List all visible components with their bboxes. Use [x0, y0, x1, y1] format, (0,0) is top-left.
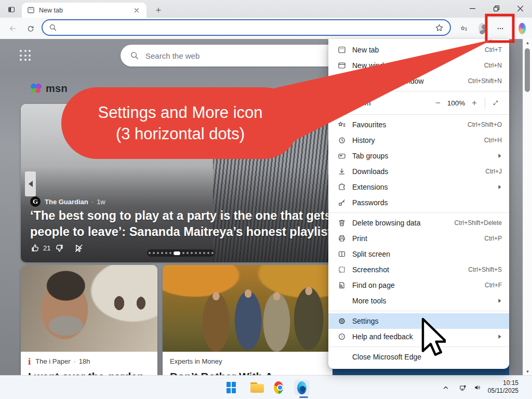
- menu-item-downloads[interactable]: DownloadsCtrl+J: [328, 164, 509, 179]
- menu-item-delete-browsing-data[interactable]: Delete browsing dataCtrl+Shift+Delete: [328, 215, 509, 231]
- carousel-dot[interactable]: [203, 252, 205, 254]
- more-horizontal-icon: [497, 24, 504, 33]
- carousel-dot[interactable]: [199, 252, 201, 254]
- card-source: Experts in Money: [170, 357, 222, 365]
- hero-engagement: 21: [30, 243, 93, 253]
- carousel-dot[interactable]: [182, 252, 184, 254]
- menu-item-extensions[interactable]: Extensions: [328, 179, 509, 195]
- thumbs-down-icon: [55, 243, 64, 253]
- hero-headline[interactable]: ‘The best song to play at a party is the…: [30, 208, 337, 240]
- carousel-dot[interactable]: [195, 252, 197, 254]
- menu-item-screenshot[interactable]: ScreenshotCtrl+Shift+S: [328, 262, 509, 277]
- fullscreen-button[interactable]: [489, 97, 502, 109]
- split-screen-icon: [338, 250, 346, 258]
- new-tab-page-icon: [27, 6, 35, 14]
- browser-tab[interactable]: New tab: [22, 3, 147, 18]
- menu-item-history[interactable]: HistoryCtrl+H: [328, 132, 509, 148]
- carousel-prev-button[interactable]: [25, 171, 36, 196]
- menu-item-print[interactable]: PrintCtrl+P: [328, 231, 509, 246]
- screen: New tab: [0, 0, 532, 399]
- hero-news-card[interactable]: G The Guardian · 1w ‘The best song to pl…: [21, 104, 341, 262]
- carousel-dots: [147, 249, 215, 257]
- carousel-dot[interactable]: [165, 252, 167, 254]
- news-card[interactable]: Experts in Money Don’t Bother With A: [163, 265, 341, 376]
- tab-close-icon[interactable]: [132, 6, 141, 15]
- menu-item-tab-groups[interactable]: Tab groups: [328, 148, 509, 164]
- msn-brand[interactable]: msn: [29, 82, 68, 95]
- page-scrollbar[interactable]: ▲ ▼: [523, 39, 532, 376]
- menu-item-split-screen[interactable]: Split screen: [328, 246, 509, 262]
- menu-item-close-microsoft-edge[interactable]: Close Microsoft Edge: [328, 349, 509, 365]
- carousel-dot[interactable]: [207, 252, 209, 254]
- menu-item-new-window[interactable]: New windowCtrl+N: [328, 58, 509, 73]
- address-input[interactable]: [57, 23, 435, 32]
- menu-item-more-tools[interactable]: More tools: [328, 293, 509, 309]
- ipaper-logo-icon: i: [28, 358, 31, 365]
- menu-item-shortcut: Ctrl+N: [484, 62, 502, 69]
- settings-and-more-button[interactable]: [494, 22, 507, 35]
- svg-text:?: ?: [341, 335, 343, 339]
- volume-button[interactable]: [471, 380, 484, 395]
- menu-item-new-tab[interactable]: New tabCtrl+T: [328, 42, 509, 58]
- address-bar[interactable]: [42, 19, 451, 36]
- menu-item-help-and-feedback[interactable]: ?Help and feedback: [328, 329, 509, 344]
- carousel-dot[interactable]: [211, 252, 214, 254]
- menu-separator: [328, 114, 509, 115]
- zoom-in-button[interactable]: [468, 97, 481, 109]
- menu-item-find-on-page[interactable]: Find on pageCtrl+F: [328, 277, 509, 293]
- menu-item-label: New tab: [352, 46, 379, 54]
- menu-item-label: Print: [352, 234, 367, 243]
- like-button[interactable]: [30, 243, 40, 253]
- tray-chevron-button[interactable]: [439, 380, 453, 395]
- menu-item-label: Split screen: [352, 250, 390, 258]
- menu-item-label: Extensions: [352, 183, 388, 191]
- back-button[interactable]: [6, 22, 20, 35]
- dislike-button[interactable]: [55, 243, 64, 253]
- hide-story-button[interactable]: [74, 243, 84, 253]
- menu-item-label: Screenshot: [352, 265, 389, 274]
- minimize-button[interactable]: [460, 0, 484, 17]
- start-button[interactable]: [223, 380, 239, 395]
- restore-button[interactable]: [484, 0, 508, 17]
- menu-item-passwords[interactable]: Passwords: [328, 195, 509, 210]
- menu-item-settings[interactable]: Settings: [328, 313, 509, 329]
- history-icon: [338, 136, 346, 144]
- carousel-dot[interactable]: [187, 252, 189, 254]
- carousel-dot[interactable]: [191, 252, 193, 254]
- like-count: 21: [43, 244, 50, 252]
- carousel-dot[interactable]: [169, 252, 171, 254]
- news-card[interactable]: i The i Paper · 18h I went over the gard…: [21, 265, 157, 376]
- screenshot-icon: [338, 265, 346, 274]
- thumbs-up-icon: [30, 243, 40, 253]
- carousel-dot[interactable]: [149, 252, 151, 254]
- chrome-button[interactable]: [271, 380, 286, 395]
- scrollbar-thumb[interactable]: [525, 48, 530, 92]
- profile-button[interactable]: [475, 22, 489, 35]
- file-explorer-button[interactable]: [247, 380, 263, 395]
- tab-actions-button[interactable]: [5, 3, 18, 16]
- menu-item-label: New window: [352, 61, 393, 70]
- apps-grid-button[interactable]: [20, 50, 31, 61]
- print-icon: [338, 234, 346, 243]
- carousel-dot[interactable]: [157, 252, 159, 254]
- help-icon: ?: [338, 332, 346, 341]
- network-icon: [459, 383, 467, 392]
- new-tab-button[interactable]: [152, 4, 165, 16]
- menu-item-label: Find on page: [352, 281, 395, 289]
- scroll-up-arrow-icon[interactable]: ▲: [523, 41, 532, 45]
- refresh-button[interactable]: [24, 22, 37, 35]
- close-button[interactable]: [508, 0, 532, 17]
- edge-button[interactable]: [294, 380, 310, 395]
- menu-item-favourites[interactable]: FavouritesCtrl+Shift+O: [328, 117, 509, 132]
- taskbar-clock[interactable]: 10:15 05/11/2025: [488, 379, 518, 395]
- copilot-button[interactable]: [515, 22, 529, 35]
- zoom-out-button[interactable]: [432, 97, 444, 109]
- carousel-dot[interactable]: [153, 252, 155, 254]
- scroll-down-arrow-icon[interactable]: ▼: [523, 369, 532, 374]
- network-button[interactable]: [456, 380, 470, 395]
- menu-item-new-inprivate-window[interactable]: New InPrivate windowCtrl+Shift+N: [328, 73, 509, 89]
- favourites-bar-button[interactable]: [457, 22, 471, 35]
- tab-groups-icon: [338, 152, 346, 160]
- carousel-dot[interactable]: [161, 252, 163, 254]
- carousel-dot-active[interactable]: [174, 251, 180, 255]
